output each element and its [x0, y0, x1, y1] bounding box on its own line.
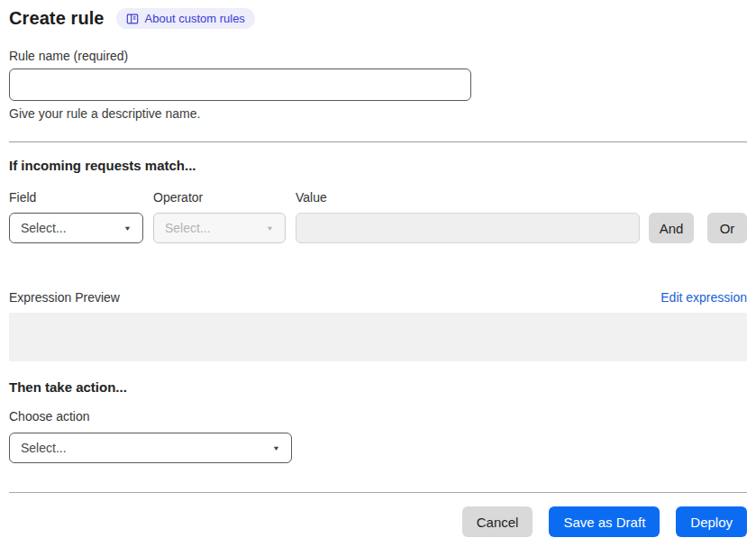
match-column-labels: Field Operator Value — [9, 190, 747, 205]
operator-select: Select... ▼ — [153, 213, 286, 243]
footer-divider — [9, 492, 747, 493]
footer-actions: Cancel Save as Draft Deploy — [9, 506, 747, 537]
rule-name-input[interactable] — [9, 68, 471, 101]
field-select[interactable]: Select... ▼ — [9, 213, 143, 243]
header: Create rule About custom rules — [9, 8, 747, 29]
expression-preview-label: Expression Preview — [9, 290, 120, 305]
save-as-draft-button[interactable]: Save as Draft — [549, 506, 660, 537]
match-section-heading: If incoming requests match... — [9, 158, 747, 173]
choose-action-select[interactable]: Select... ▼ — [9, 433, 292, 463]
about-custom-rules-badge[interactable]: About custom rules — [116, 8, 255, 29]
expression-preview-box — [9, 313, 747, 361]
rule-name-helper: Give your rule a descriptive name. — [9, 106, 747, 121]
cancel-button[interactable]: Cancel — [462, 506, 533, 537]
field-label: Field — [9, 190, 153, 205]
value-label: Value — [296, 190, 747, 205]
operator-select-value: Select... — [165, 221, 211, 235]
badge-label: About custom rules — [145, 12, 245, 25]
and-button[interactable]: And — [649, 213, 694, 243]
value-input — [296, 213, 640, 243]
edit-expression-link[interactable]: Edit expression — [660, 290, 747, 305]
section-divider — [9, 141, 747, 142]
deploy-button[interactable]: Deploy — [676, 506, 747, 537]
match-controls-row: Select... ▼ Select... ▼ And Or — [9, 213, 747, 243]
page-title: Create rule — [9, 8, 105, 29]
choose-action-value: Select... — [21, 441, 67, 455]
choose-action-label: Choose action — [9, 409, 747, 424]
action-section-heading: Then take action... — [9, 379, 747, 395]
chevron-down-icon: ▼ — [123, 224, 132, 233]
create-rule-form: Create rule About custom rules Rule name… — [0, 0, 756, 537]
or-button[interactable]: Or — [707, 213, 747, 243]
rule-name-label: Rule name (required) — [9, 49, 747, 63]
operator-label: Operator — [153, 190, 296, 205]
expression-preview-header: Expression Preview Edit expression — [9, 290, 747, 305]
field-select-value: Select... — [21, 221, 67, 235]
chevron-down-icon: ▼ — [266, 224, 274, 233]
book-icon — [126, 13, 139, 25]
chevron-down-icon: ▼ — [272, 444, 280, 452]
